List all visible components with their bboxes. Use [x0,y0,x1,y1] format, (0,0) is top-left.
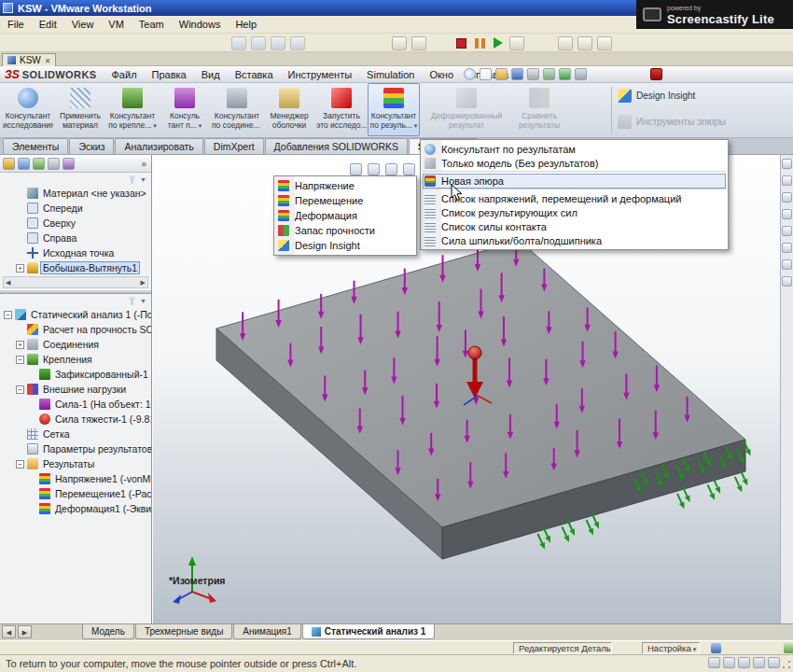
simulation-tree-item[interactable]: Зафиксированный-1 [0,367,151,382]
commandmanager-tab[interactable]: DimXpert [204,138,264,154]
sw-menu-item[interactable]: Инструменты [281,66,360,83]
menu-item[interactable]: Запас прочности [276,223,414,238]
revert-snapshot-icon[interactable] [411,36,426,50]
status-help-icon[interactable] [784,643,793,653]
console-view-icon[interactable] [597,36,612,50]
ribbon-side-button[interactable]: Design Insight [618,89,726,103]
task-pane-extra-icon[interactable] [782,276,792,287]
vmware-menu-item[interactable]: Edit [32,16,64,34]
simulation-tree-item[interactable]: Перемещение1 (-Располож... [0,486,151,501]
simulation-tree-item[interactable]: Внешние нагрузки [0,382,151,397]
design-library-icon[interactable] [782,175,792,186]
previous-view-icon[interactable] [385,163,397,175]
ribbon-button[interactable]: Консультант по резуль... [368,83,420,136]
status-info-icon[interactable] [711,643,721,653]
panel-expand-chevron[interactable]: » [141,159,148,169]
sw-menu-item[interactable]: Вид [194,66,228,83]
search-icon[interactable] [464,68,476,80]
vmware-menu-item[interactable]: Help [228,16,264,34]
ribbon-button[interactable]: Сравнить результаты [513,83,565,136]
feature-tree-item[interactable]: Бобышка-Вытянуть1 [0,260,151,275]
ribbon-button[interactable]: Консуль тант п... [159,83,211,136]
sw-menu-item[interactable]: Simulation [359,66,422,83]
sound-icon[interactable] [768,657,780,668]
ribbon-button[interactable]: Консультант исследования [2,83,54,136]
feature-tree-item[interactable]: Исходная точка [0,245,151,260]
file-explorer-icon[interactable] [782,192,792,203]
plate-model[interactable] [216,241,745,559]
expand-toggle-icon[interactable] [16,264,24,273]
tab-scroll-left-icon[interactable] [2,625,16,638]
tab-close-icon[interactable] [45,55,51,65]
ribbon-button[interactable]: Запустить это исследо... [315,83,368,136]
expand-toggle-icon[interactable] [16,385,24,394]
dimxpertmanager-tab-icon[interactable] [48,158,60,170]
ribbon-button[interactable]: Консультант по крепле... [106,83,159,136]
power-off-icon[interactable] [231,36,246,50]
cdrom-icon[interactable] [723,657,735,668]
propertymanager-tab-icon[interactable] [18,158,30,170]
menu-item[interactable]: Design Insight [276,238,414,253]
resources-icon[interactable] [782,159,792,169]
vmware-menu-item[interactable]: File [0,16,32,34]
customize-status[interactable]: Настройка [642,642,700,654]
feature-tree-item[interactable]: Материал <не указан> [0,186,151,201]
simulation-tree-item[interactable]: Сетка [0,427,151,441]
simulation-tree-item[interactable]: Расчет на прочность SOLIDW... [0,322,151,337]
document-tab[interactable]: Трехмерные виды [135,624,232,639]
commandmanager-tab[interactable]: Добавления SOLIDWORKS [265,138,408,154]
commandmanager-tab[interactable]: Элементы [3,138,68,154]
vmware-menu-item[interactable]: Team [132,16,172,34]
suspend-icon[interactable] [251,36,266,50]
simulation-tree-item[interactable]: Крепления [0,352,151,367]
section-view-icon[interactable] [403,163,415,175]
simulation-tree-item[interactable]: Сила тяжести-1 (-9.81 m/s... [0,412,151,427]
tab-scroll-right-icon[interactable] [18,625,32,638]
play-icon[interactable] [494,37,503,49]
vmware-menu-item[interactable]: VM [101,16,132,34]
ribbon-side-button[interactable]: Инструменты эпюры [618,115,726,129]
menu-item[interactable]: Только модель (Без результатов) [423,156,726,172]
options-gear-icon[interactable] [575,68,587,80]
snapshot-manager-icon[interactable] [509,36,524,50]
menu-item[interactable]: Список результирующих сил [423,205,726,219]
displaymanager-tab-icon[interactable] [63,158,75,170]
appearances-icon[interactable] [782,243,792,253]
expand-toggle-icon[interactable] [16,460,24,469]
snapshot-icon[interactable] [392,36,407,50]
undo-icon[interactable] [543,68,555,80]
configurationmanager-tab-icon[interactable] [33,158,45,170]
fullscreen-icon[interactable] [558,36,573,50]
expand-toggle-icon[interactable] [16,356,24,364]
rebuild-icon[interactable] [559,68,571,80]
simulation-tree-item[interactable]: Параметры результатов [0,441,151,456]
simulation-tree-item[interactable]: Статический анализ 1 (-По умолч... [0,307,151,322]
document-tab[interactable]: Анимация1 [233,624,301,639]
print-icon[interactable] [527,68,539,80]
feature-tree-item[interactable]: Справа [0,231,151,245]
vmware-tab-ksw[interactable]: KSW [2,53,56,66]
sw-menu-item[interactable]: Файл [104,66,145,83]
pause-icon[interactable] [475,38,485,49]
vmware-menu-item[interactable]: Windows [172,16,229,34]
featuremanager-tab-icon[interactable] [3,158,15,170]
menu-item[interactable]: Новая эпюра [423,174,726,189]
usb-device-icon[interactable] [753,657,765,668]
simulation-tree-item[interactable]: Результаты [0,456,151,471]
window-resize-grip[interactable] [781,659,792,670]
view-palette-icon[interactable] [782,226,792,236]
simulation-tree-item[interactable]: Соединения [0,337,151,352]
menu-item[interactable]: Список силы контакта [423,219,726,233]
sw-menu-item[interactable]: Правка [145,66,194,83]
custom-properties-icon[interactable] [782,259,792,270]
stop-icon[interactable] [456,38,466,49]
zoom-fit-icon[interactable] [350,163,362,175]
unity-icon[interactable] [577,36,592,50]
new-document-icon[interactable] [480,68,492,80]
expand-toggle-icon[interactable] [16,341,24,349]
commandmanager-tab[interactable]: Анализировать [115,138,202,154]
menu-item[interactable]: Напряжение [276,178,414,193]
vmware-menu-item[interactable]: View [64,16,102,34]
simulation-tree-filter[interactable] [0,294,151,307]
feature-tree-item[interactable]: Спереди [0,201,151,216]
